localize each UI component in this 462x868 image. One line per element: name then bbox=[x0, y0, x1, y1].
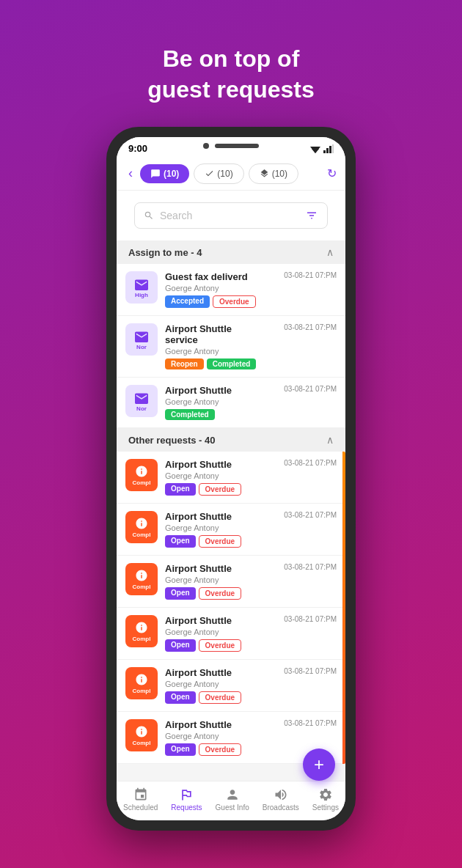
item-icon-info-5: Compl bbox=[125, 667, 158, 699]
badge-overdue: Overdue bbox=[213, 295, 256, 308]
item-subtitle: Goerge Antony bbox=[165, 575, 263, 584]
item-badges: Open Overdue bbox=[165, 743, 263, 756]
item-content: Airport Shuttle Goerge Antony Open Overd… bbox=[165, 563, 263, 600]
item-icon-info-4: Compl bbox=[125, 615, 158, 647]
badge-open: Open bbox=[165, 743, 196, 756]
item-title: Airport Shuttle service bbox=[165, 323, 263, 345]
priority-high: High bbox=[135, 292, 148, 298]
list-item[interactable]: Compl Airport Shuttle Goerge Antony Open… bbox=[117, 504, 345, 556]
info-icon bbox=[135, 725, 148, 738]
item-title: Airport Shuttle bbox=[165, 563, 263, 574]
item-content: Airport Shuttle Goerge Antony Open Overd… bbox=[165, 511, 263, 548]
item-meta: 03-08-21 07:PM bbox=[271, 385, 337, 393]
item-title: Guest fax deliverd bbox=[165, 271, 263, 282]
item-date: 03-08-21 07:PM bbox=[271, 667, 337, 675]
phone-notch bbox=[203, 143, 259, 149]
scheduled-icon bbox=[133, 787, 148, 802]
item-subtitle: Goerge Antony bbox=[165, 284, 263, 293]
signal-icon bbox=[323, 144, 334, 153]
search-bar[interactable]: Search bbox=[134, 202, 328, 229]
refresh-button[interactable]: ↻ bbox=[327, 166, 337, 180]
list-item[interactable]: Nor Airport Shuttle service Goerge Anton… bbox=[117, 316, 345, 378]
priority-nor: Nor bbox=[136, 344, 147, 350]
section2-chevron[interactable]: ∧ bbox=[326, 434, 334, 446]
badge-open: Open bbox=[165, 535, 196, 548]
compl-label: Compl bbox=[133, 532, 151, 538]
compl-label: Compl bbox=[133, 688, 151, 694]
list-item[interactable]: Nor Airport Shuttle Goerge Antony Comple… bbox=[117, 378, 345, 428]
item-subtitle: Goerge Antony bbox=[165, 628, 263, 636]
tab-check-label: (10) bbox=[217, 169, 232, 179]
svg-rect-3 bbox=[326, 148, 329, 153]
badge-overdue: Overdue bbox=[199, 587, 242, 600]
nav-settings-label: Settings bbox=[312, 803, 339, 812]
item-meta: 03-08-21 07:PM bbox=[271, 459, 337, 467]
list-item[interactable]: Compl Airport Shuttle Goerge Antony Open… bbox=[117, 660, 345, 712]
badge-completed: Completed bbox=[207, 358, 257, 369]
badge-reopen: Reopen bbox=[165, 358, 204, 369]
nav-guest-info[interactable]: Guest Info bbox=[216, 787, 249, 812]
fab-icon: + bbox=[314, 754, 324, 775]
nav-settings[interactable]: Settings bbox=[312, 787, 339, 812]
item-title: Airport Shuttle bbox=[165, 615, 263, 626]
item-subtitle: Goerge Antony bbox=[165, 347, 263, 356]
svg-marker-1 bbox=[312, 149, 319, 153]
item-badges: Open Overdue bbox=[165, 691, 263, 704]
item-badges: Reopen Completed bbox=[165, 358, 263, 369]
search-icon bbox=[144, 210, 154, 221]
side-accent bbox=[342, 452, 345, 764]
tab-chat[interactable]: (10) bbox=[140, 164, 189, 183]
badge-overdue: Overdue bbox=[199, 483, 242, 496]
chat-icon bbox=[150, 169, 161, 179]
list-item[interactable]: Compl Airport Shuttle Goerge Antony Open… bbox=[117, 556, 345, 608]
compl-label: Compl bbox=[133, 584, 151, 590]
fab-add-button[interactable]: + bbox=[303, 749, 335, 781]
info-icon bbox=[135, 465, 148, 478]
item-date: 03-08-21 07:PM bbox=[271, 323, 337, 331]
tab-layers[interactable]: (10) bbox=[249, 163, 298, 184]
item-meta: 03-08-21 07:PM bbox=[271, 615, 337, 623]
mail-icon bbox=[133, 391, 150, 404]
filter-icon[interactable] bbox=[305, 209, 318, 222]
item-content: Airport Shuttle Goerge Antony Open Overd… bbox=[165, 615, 263, 652]
item-date: 03-08-21 07:PM bbox=[271, 385, 337, 393]
item-meta: 03-08-21 07:PM bbox=[271, 323, 337, 331]
item-meta: 03-08-21 07:PM bbox=[271, 511, 337, 519]
svg-rect-2 bbox=[323, 150, 326, 153]
compl-label: Compl bbox=[133, 636, 151, 642]
list-item[interactable]: Compl Airport Shuttle Goerge Antony Open… bbox=[117, 452, 345, 504]
wifi-icon bbox=[310, 144, 320, 153]
nav-broadcasts[interactable]: Broadcasts bbox=[263, 787, 299, 812]
item-icon-info-2: Compl bbox=[125, 511, 158, 543]
item-badges: Open Overdue bbox=[165, 535, 263, 548]
badge-open: Open bbox=[165, 483, 196, 496]
list-item[interactable]: High Guest fax deliverd Goerge Antony Ac… bbox=[117, 264, 345, 316]
badge-completed: Completed bbox=[165, 409, 215, 420]
item-content: Airport Shuttle Goerge Antony Open Overd… bbox=[165, 719, 263, 756]
item-meta: 03-08-21 07:PM bbox=[271, 271, 337, 279]
nav-requests[interactable]: Requests bbox=[171, 787, 202, 812]
svg-rect-4 bbox=[329, 146, 331, 153]
guest-info-icon bbox=[225, 787, 240, 802]
tab-chat-label: (10) bbox=[164, 169, 179, 179]
nav-guest-info-label: Guest Info bbox=[216, 803, 249, 812]
section1-title: Assign to me - 4 bbox=[128, 247, 202, 258]
badge-overdue: Overdue bbox=[199, 691, 242, 704]
badge-open: Open bbox=[165, 691, 196, 704]
info-icon bbox=[135, 673, 148, 686]
back-button[interactable]: ‹ bbox=[125, 163, 136, 184]
nav-scheduled-label: Scheduled bbox=[123, 803, 158, 812]
info-icon bbox=[135, 621, 148, 634]
item-subtitle: Goerge Antony bbox=[165, 732, 263, 740]
item-content: Airport Shuttle Goerge Antony Open Overd… bbox=[165, 459, 263, 496]
item-subtitle: Goerge Antony bbox=[165, 680, 263, 688]
tab-check[interactable]: (10) bbox=[194, 163, 243, 184]
item-icon-mail-nor2: Nor bbox=[125, 385, 158, 417]
badge-overdue: Overdue bbox=[199, 743, 242, 756]
list-item[interactable]: Compl Airport Shuttle Goerge Antony Open… bbox=[117, 608, 345, 660]
item-icon-mail-high: High bbox=[125, 271, 158, 304]
nav-scheduled[interactable]: Scheduled bbox=[123, 787, 158, 812]
item-date: 03-08-21 07:PM bbox=[271, 615, 337, 623]
section1-chevron[interactable]: ∧ bbox=[326, 246, 334, 258]
section1-list: High Guest fax deliverd Goerge Antony Ac… bbox=[117, 264, 345, 428]
